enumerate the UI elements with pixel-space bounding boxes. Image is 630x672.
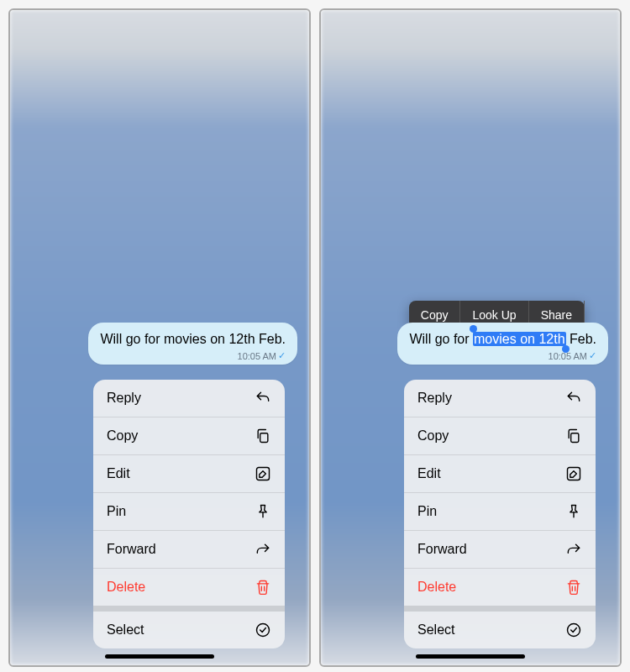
forward-icon: [255, 541, 271, 558]
read-check-icon: ✓: [589, 350, 596, 361]
forward-icon: [565, 541, 582, 558]
select-icon: [255, 622, 271, 638]
menu-copy[interactable]: Copy: [93, 417, 285, 455]
menu-reply[interactable]: Reply: [404, 380, 596, 417]
context-menu: Reply Copy Edit Pin Forward Delete Selec…: [93, 380, 285, 648]
pin-icon: [565, 503, 582, 520]
menu-pin[interactable]: Pin: [404, 493, 596, 531]
copy-icon: [255, 428, 271, 444]
trash-icon: [565, 579, 582, 596]
message-timestamp: 10:05 AM ✓: [100, 350, 286, 361]
home-indicator[interactable]: [416, 654, 525, 659]
menu-copy[interactable]: Copy: [404, 417, 596, 455]
pin-icon: [255, 503, 271, 520]
message-timestamp: 10:05 AM ✓: [409, 350, 596, 361]
menu-edit[interactable]: Edit: [93, 455, 285, 493]
menu-edit[interactable]: Edit: [404, 455, 596, 493]
menu-reply[interactable]: Reply: [93, 380, 285, 417]
menu-forward[interactable]: Forward: [404, 531, 596, 569]
read-check-icon: ✓: [278, 350, 286, 361]
phone-right: Copy Look Up Share Will go for movies on…: [319, 8, 622, 667]
context-menu: Reply Copy Edit Pin Forward Delete Selec…: [404, 380, 596, 648]
menu-delete[interactable]: Delete: [93, 569, 285, 612]
menu-select[interactable]: Select: [404, 612, 596, 648]
svg-rect-0: [260, 433, 268, 443]
reply-icon: [255, 390, 271, 407]
message-bubble[interactable]: Will go for movies on 12th Feb. 10:05 AM…: [397, 323, 608, 365]
phone-left: Will go for movies on 12th Feb. 10:05 AM…: [8, 8, 311, 667]
svg-point-2: [257, 624, 270, 637]
svg-rect-4: [568, 468, 580, 480]
svg-point-5: [568, 624, 580, 637]
message-text: Will go for movies on 12th Feb.: [100, 331, 286, 349]
text-selection[interactable]: movies on 12th: [473, 332, 566, 346]
edit-icon: [565, 465, 582, 482]
menu-delete[interactable]: Delete: [404, 569, 596, 612]
svg-rect-3: [571, 433, 579, 443]
reply-icon: [565, 390, 582, 407]
copy-icon: [565, 428, 582, 444]
menu-select[interactable]: Select: [93, 612, 285, 648]
message-text: Will go for movies on 12th Feb.: [409, 331, 596, 349]
svg-rect-1: [257, 468, 270, 480]
menu-forward[interactable]: Forward: [93, 531, 285, 569]
trash-icon: [255, 579, 271, 596]
edit-icon: [255, 465, 271, 482]
select-icon: [565, 622, 582, 638]
message-bubble[interactable]: Will go for movies on 12th Feb. 10:05 AM…: [88, 323, 297, 365]
menu-pin[interactable]: Pin: [93, 493, 285, 531]
selection-handle-end[interactable]: [562, 345, 570, 353]
home-indicator[interactable]: [105, 654, 214, 659]
